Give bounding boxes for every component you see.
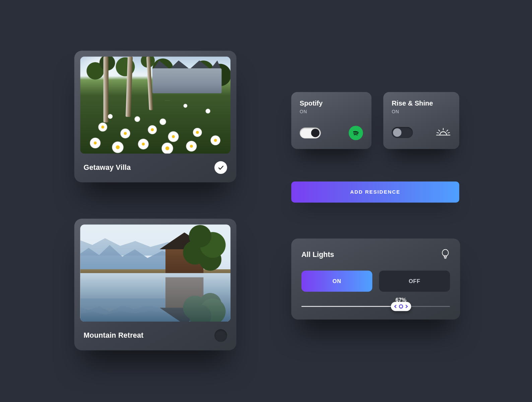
sunrise-icon xyxy=(436,126,451,139)
selected-check-icon[interactable] xyxy=(214,161,227,174)
residence-photo xyxy=(80,57,230,154)
residence-photo xyxy=(80,224,230,322)
chevron-right-icon xyxy=(404,305,408,308)
add-residence-button[interactable]: ADD RESIDENCE xyxy=(291,182,459,203)
svg-line-5 xyxy=(448,133,450,133)
residence-card-getaway-villa[interactable]: Getaway Villa xyxy=(74,51,237,182)
lights-off-button[interactable]: OFF xyxy=(379,271,450,292)
quick-toggle-status: ON xyxy=(300,109,363,114)
lightbulb-icon xyxy=(441,249,450,261)
slider-thumb[interactable] xyxy=(391,302,411,311)
lights-on-label: ON xyxy=(333,278,341,284)
residence-title: Getaway Villa xyxy=(83,163,131,172)
quick-toggle-rise-and-shine[interactable]: Rise & Shine ON xyxy=(383,92,459,149)
add-residence-label: ADD RESIDENCE xyxy=(350,189,400,195)
svg-line-4 xyxy=(437,133,439,133)
svg-line-2 xyxy=(439,130,440,131)
quick-toggle-title: Spotify xyxy=(300,99,363,107)
quick-toggle-title: Rise & Shine xyxy=(392,99,451,107)
residence-card-mountain-retreat[interactable]: Mountain Retreat xyxy=(74,219,237,350)
svg-line-3 xyxy=(447,130,448,131)
lights-on-button[interactable]: ON xyxy=(302,271,373,292)
lights-off-label: OFF xyxy=(409,278,420,284)
quick-toggle-status: ON xyxy=(392,109,451,114)
lights-title: All Lights xyxy=(302,251,334,259)
spotify-icon xyxy=(349,126,363,140)
slider-dot-icon xyxy=(399,304,403,309)
select-residence-button[interactable] xyxy=(214,329,227,342)
toggle-switch[interactable] xyxy=(300,128,321,139)
toggle-switch[interactable] xyxy=(392,127,413,138)
all-lights-card: All Lights ON OFF 67% xyxy=(291,239,460,320)
residence-title: Mountain Retreat xyxy=(83,331,143,340)
brightness-slider[interactable]: 67% xyxy=(302,306,450,307)
chevron-left-icon xyxy=(394,305,398,308)
quick-toggle-spotify[interactable]: Spotify ON xyxy=(291,92,371,149)
